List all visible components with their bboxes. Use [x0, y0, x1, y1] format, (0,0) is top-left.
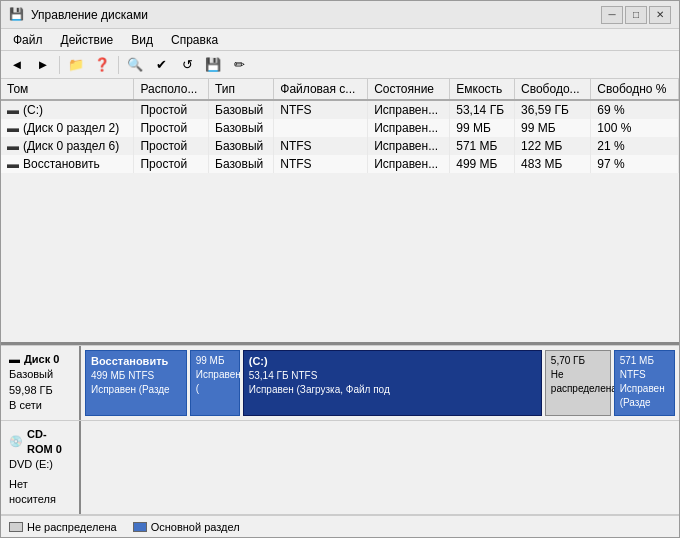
partition-restore[interactable]: Восстановить 499 МБ NTFS Исправен (Разде — [85, 350, 187, 416]
cell-fs: NTFS — [274, 137, 368, 155]
table-row[interactable]: ▬(C:) Простой Базовый NTFS Исправен... 5… — [1, 100, 679, 119]
disk-icon: ▬ — [9, 352, 20, 367]
cdrom-label: 💿 CD-ROM 0 DVD (E:) Нет носителя — [1, 421, 81, 514]
cell-fs: NTFS — [274, 100, 368, 119]
cdrom-status: Нет носителя — [9, 477, 71, 508]
partition-c-status: Исправен (Загрузка, Файл под — [249, 383, 536, 397]
window-title: Управление дисками — [31, 8, 148, 22]
app-icon: 💾 — [9, 7, 25, 23]
disk-0-type: Базовый — [9, 367, 71, 382]
cell-pct: 21 % — [591, 137, 679, 155]
legend-unalloc-box — [9, 522, 23, 532]
search-button[interactable]: 🔍 — [123, 54, 147, 76]
back-button[interactable]: ◄ — [5, 54, 29, 76]
table-container[interactable]: Том Располо... Тип Файловая с... Состоян… — [1, 79, 679, 342]
cell-status: Исправен... — [368, 137, 450, 155]
legend-unalloc-label: Не распределена — [27, 521, 117, 533]
cell-cap: 53,14 ГБ — [450, 100, 515, 119]
cell-free: 122 МБ — [515, 137, 591, 155]
legend-primary-box — [133, 522, 147, 532]
partition-99mb[interactable]: 99 МБ Исправен ( — [190, 350, 240, 416]
disk-0-label: ▬ Диск 0 Базовый 59,98 ГБ В сети — [1, 346, 81, 420]
cell-type: Базовый — [209, 100, 274, 119]
menu-file[interactable]: Файл — [5, 31, 51, 49]
cdrom-name: 💿 CD-ROM 0 — [9, 427, 71, 458]
cdrom-row: 💿 CD-ROM 0 DVD (E:) Нет носителя — [1, 421, 679, 515]
partition-99mb-status: Исправен ( — [196, 368, 234, 396]
col-header-fs[interactable]: Файловая с... — [274, 79, 368, 100]
forward-button[interactable]: ► — [31, 54, 55, 76]
edit-button[interactable]: ✏ — [227, 54, 251, 76]
cell-cap: 99 МБ — [450, 119, 515, 137]
disk-0-status: В сети — [9, 398, 71, 413]
menu-action[interactable]: Действие — [53, 31, 122, 49]
disk-view-panel[interactable]: ▬ Диск 0 Базовый 59,98 ГБ В сети Восстан… — [1, 345, 679, 515]
main-window: 💾 Управление дисками ─ □ ✕ Файл Действие… — [0, 0, 680, 538]
menu-view[interactable]: Вид — [123, 31, 161, 49]
partition-restore-status: Исправен (Разде — [91, 383, 181, 397]
check-button[interactable]: ✔ — [149, 54, 173, 76]
cell-status: Исправен... — [368, 119, 450, 137]
menu-bar: Файл Действие Вид Справка — [1, 29, 679, 51]
partition-c[interactable]: (C:) 53,14 ГБ NTFS Исправен (Загрузка, Ф… — [243, 350, 542, 416]
partition-unalloc-size: 5,70 ГБ — [551, 354, 605, 368]
disk-0-partitions: Восстановить 499 МБ NTFS Исправен (Разде… — [81, 346, 679, 420]
disk-0-row: ▬ Диск 0 Базовый 59,98 ГБ В сети Восстан… — [1, 346, 679, 421]
toolbar-separator-2 — [118, 56, 119, 74]
close-button[interactable]: ✕ — [649, 6, 671, 24]
folder-button[interactable]: 📁 — [64, 54, 88, 76]
cell-layout: Простой — [134, 119, 209, 137]
cell-pct: 69 % — [591, 100, 679, 119]
partition-99mb-size: 99 МБ — [196, 354, 234, 368]
cell-type: Базовый — [209, 119, 274, 137]
col-header-cap[interactable]: Емкость — [450, 79, 515, 100]
legend-unalloc: Не распределена — [9, 521, 117, 533]
partition-restore-name: Восстановить — [91, 354, 181, 369]
cell-fs: NTFS — [274, 155, 368, 173]
col-header-layout[interactable]: Располо... — [134, 79, 209, 100]
table-row[interactable]: ▬(Диск 0 раздел 6) Простой Базовый NTFS … — [1, 137, 679, 155]
menu-help[interactable]: Справка — [163, 31, 226, 49]
partition-unalloc[interactable]: 5,70 ГБ Не распределена — [545, 350, 611, 416]
volume-table-panel: Том Располо... Тип Файловая с... Состоян… — [1, 79, 679, 345]
table-header-row: Том Располо... Тип Файловая с... Состоян… — [1, 79, 679, 100]
cell-type: Базовый — [209, 137, 274, 155]
cell-cap: 499 МБ — [450, 155, 515, 173]
col-header-type[interactable]: Тип — [209, 79, 274, 100]
cell-vol: ▬(C:) — [1, 100, 134, 119]
refresh-button[interactable]: ↺ — [175, 54, 199, 76]
toolbar: ◄ ► 📁 ❓ 🔍 ✔ ↺ 💾 ✏ — [1, 51, 679, 79]
cell-free: 99 МБ — [515, 119, 591, 137]
toolbar-separator-1 — [59, 56, 60, 74]
cell-layout: Простой — [134, 155, 209, 173]
help-button[interactable]: ❓ — [90, 54, 114, 76]
legend-bar: Не распределена Основной раздел — [1, 515, 679, 537]
col-header-vol[interactable]: Том — [1, 79, 134, 100]
partition-571mb[interactable]: 571 МБ NTFS Исправен (Разде — [614, 350, 675, 416]
cell-pct: 97 % — [591, 155, 679, 173]
partition-c-name: (C:) — [249, 354, 536, 369]
title-bar-left: 💾 Управление дисками — [9, 7, 148, 23]
maximize-button[interactable]: □ — [625, 6, 647, 24]
legend-primary: Основной раздел — [133, 521, 240, 533]
cell-layout: Простой — [134, 137, 209, 155]
cell-status: Исправен... — [368, 100, 450, 119]
table-row[interactable]: ▬Восстановить Простой Базовый NTFS Испра… — [1, 155, 679, 173]
volume-table: Том Располо... Тип Файловая с... Состоян… — [1, 79, 679, 173]
partition-c-size: 53,14 ГБ NTFS — [249, 369, 536, 383]
save-button[interactable]: 💾 — [201, 54, 225, 76]
col-header-pct[interactable]: Свободно % — [591, 79, 679, 100]
main-content: Том Располо... Тип Файловая с... Состоян… — [1, 79, 679, 515]
partition-restore-size: 499 МБ NTFS — [91, 369, 181, 383]
cell-pct: 100 % — [591, 119, 679, 137]
cell-fs — [274, 119, 368, 137]
col-header-status[interactable]: Состояние — [368, 79, 450, 100]
col-header-free[interactable]: Свободо... — [515, 79, 591, 100]
disk-0-name: ▬ Диск 0 — [9, 352, 71, 367]
table-body: ▬(C:) Простой Базовый NTFS Исправен... 5… — [1, 100, 679, 173]
cdrom-icon: 💿 — [9, 434, 23, 449]
table-row[interactable]: ▬(Диск 0 раздел 2) Простой Базовый Испра… — [1, 119, 679, 137]
minimize-button[interactable]: ─ — [601, 6, 623, 24]
cell-vol: ▬Восстановить — [1, 155, 134, 173]
partition-571mb-size: 571 МБ NTFS — [620, 354, 669, 382]
